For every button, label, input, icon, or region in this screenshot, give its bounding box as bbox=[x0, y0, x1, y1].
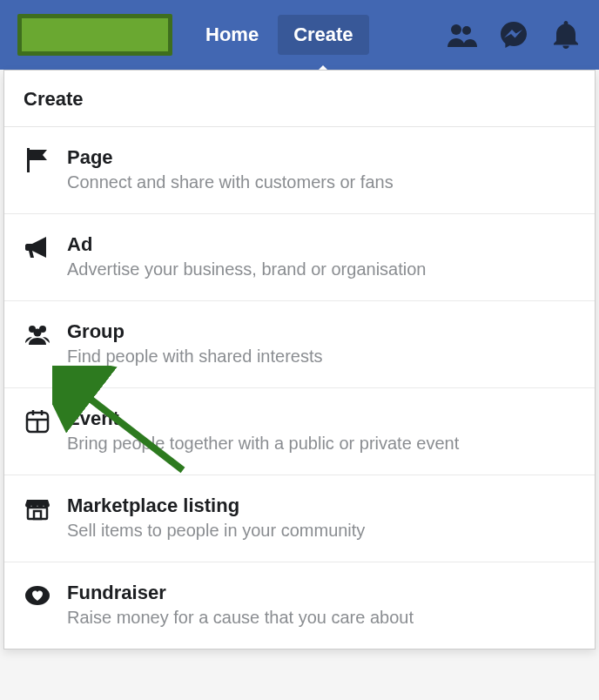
menu-item-desc: Advertise your business, brand or organi… bbox=[67, 259, 426, 279]
profile-link-redacted[interactable] bbox=[17, 14, 172, 56]
group-icon bbox=[24, 320, 51, 348]
menu-item-title: Marketplace listing bbox=[67, 495, 365, 517]
menu-item-title: Fundraiser bbox=[67, 582, 414, 604]
menu-item-title: Ad bbox=[67, 233, 426, 256]
create-group-item[interactable]: Group Find people with shared interests bbox=[4, 301, 595, 388]
heart-coin-icon bbox=[24, 582, 51, 609]
svg-point-0 bbox=[451, 24, 461, 35]
create-page-item[interactable]: Page Connect and share with customers or… bbox=[4, 127, 595, 214]
calendar-icon bbox=[24, 407, 51, 435]
create-marketplace-item[interactable]: Marketplace listing Sell items to people… bbox=[4, 475, 595, 562]
messenger-icon[interactable] bbox=[498, 19, 529, 50]
create-fundraiser-item[interactable]: Fundraiser Raise money for a cause that … bbox=[4, 562, 595, 649]
svg-point-1 bbox=[462, 26, 471, 35]
nav-home[interactable]: Home bbox=[190, 15, 274, 55]
svg-rect-2 bbox=[27, 148, 30, 172]
create-ad-item[interactable]: Ad Advertise your business, brand or org… bbox=[4, 214, 595, 301]
create-dropdown: Create Page Connect and share with custo… bbox=[3, 70, 596, 650]
menu-item-desc: Sell items to people in your community bbox=[67, 521, 365, 541]
storefront-icon bbox=[24, 495, 51, 522]
svg-rect-12 bbox=[34, 511, 41, 519]
menu-item-title: Event bbox=[67, 407, 459, 430]
menu-item-desc: Find people with shared interests bbox=[67, 347, 323, 367]
megaphone-icon bbox=[24, 233, 51, 261]
nav-create[interactable]: Create bbox=[278, 15, 368, 55]
dropdown-title: Create bbox=[4, 71, 595, 127]
create-event-item[interactable]: Event Bring people together with a publi… bbox=[4, 388, 595, 475]
menu-item-desc: Connect and share with customers or fans bbox=[67, 172, 394, 192]
menu-item-title: Group bbox=[67, 320, 323, 343]
menu-item-title: Page bbox=[67, 146, 394, 169]
notifications-icon[interactable] bbox=[550, 19, 582, 50]
friend-requests-icon[interactable] bbox=[446, 19, 477, 50]
menu-item-desc: Raise money for a cause that you care ab… bbox=[67, 608, 414, 628]
top-nav-bar: Home Create bbox=[0, 0, 599, 70]
menu-item-desc: Bring people together with a public or p… bbox=[67, 434, 459, 454]
svg-point-5 bbox=[34, 329, 42, 337]
flag-icon bbox=[24, 146, 51, 174]
svg-rect-11 bbox=[28, 508, 47, 519]
